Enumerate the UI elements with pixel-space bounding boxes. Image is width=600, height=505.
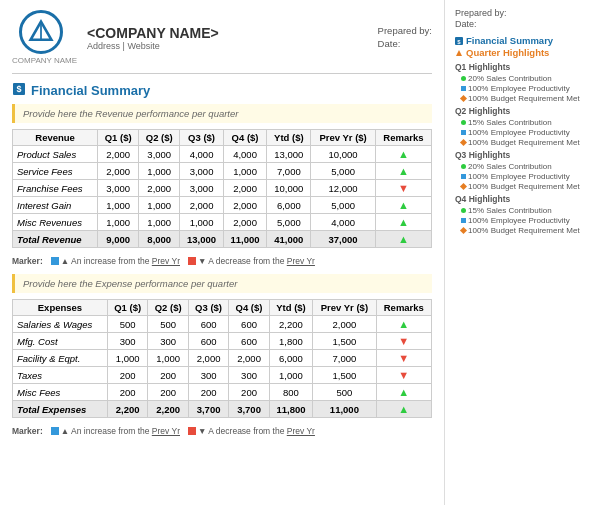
arrow-up-icon: ▲ bbox=[398, 165, 409, 177]
exp-marker-increase-text: ▲ An increase from the Prev Yr bbox=[61, 426, 180, 436]
table-row: Misc Fees200200200200800500▲ bbox=[13, 384, 432, 401]
rp-q4-item2: 100% Employee Productivity bbox=[461, 216, 590, 225]
rp-q1-item2: 100% Employee Productivity bbox=[461, 84, 590, 93]
table-row: Interest Gain1,0001,0002,0002,0006,0005,… bbox=[13, 197, 432, 214]
col-q2: Q2 ($) bbox=[139, 130, 180, 146]
marker-decrease-text: ▼ A decrease from the Prev Yr bbox=[198, 256, 315, 266]
expense-marker: Marker: ▲ An increase from the Prev Yr ▼… bbox=[12, 426, 432, 436]
expense-table-container: Expenses Q1 ($) Q2 ($) Q3 ($) Q4 ($) Ytd… bbox=[12, 299, 432, 423]
table-row: Taxes2002003003001,0001,500▼ bbox=[13, 367, 432, 384]
exp-col-ytd: Ytd ($) bbox=[269, 300, 312, 316]
exp-marker-decrease: ▼ A decrease from the Prev Yr bbox=[188, 426, 315, 436]
svg-text:$: $ bbox=[16, 84, 21, 94]
rp-q3-item3: 100% Budget Requirement Met bbox=[461, 182, 590, 191]
table-row: Franchise Fees3,0002,0003,0002,00010,000… bbox=[13, 180, 432, 197]
table-row: Product Sales2,0003,0004,0004,00013,0001… bbox=[13, 146, 432, 163]
company-label: COMPANY NAME bbox=[12, 56, 77, 65]
total-row: Total Expenses2,2002,2003,7003,70011,800… bbox=[13, 401, 432, 418]
exp-col-q1: Q1 ($) bbox=[107, 300, 147, 316]
marker-increase-text: ▲ An increase from the Prev Yr bbox=[61, 256, 180, 266]
rp-q1-item1: 20% Sales Contribution bbox=[461, 74, 590, 83]
rp-q4-item1: 15% Sales Contribution bbox=[461, 206, 590, 215]
col-prevyr: Prev Yr ($) bbox=[311, 130, 375, 146]
col-q1: Q1 ($) bbox=[98, 130, 139, 146]
arrow-up-icon: ▲ bbox=[398, 199, 409, 211]
rp-q2-title: Q2 Highlights bbox=[455, 106, 590, 116]
exp-marker-red-square bbox=[188, 427, 196, 435]
arrow-up-icon: ▲ bbox=[398, 148, 409, 160]
expense-note: Provide here the Expense performance per… bbox=[12, 274, 432, 293]
revenue-marker: Marker: ▲ An increase from the Prev Yr ▼… bbox=[12, 256, 432, 266]
rp-q2-item1: 15% Sales Contribution bbox=[461, 118, 590, 127]
exp-marker-blue-square bbox=[51, 427, 59, 435]
total-row: Total Revenue9,0008,00013,00011,00041,00… bbox=[13, 231, 432, 248]
right-panel: Prepared by: Date: $ Financial Summary Q… bbox=[445, 0, 600, 505]
date-label: Date: bbox=[378, 38, 432, 49]
revenue-table: Revenue Q1 ($) Q2 ($) Q3 ($) Q4 ($) Ytd … bbox=[12, 129, 432, 248]
marker-blue-square bbox=[51, 257, 59, 265]
revenue-note: Provide here the Revenue performance per… bbox=[12, 104, 432, 123]
header: COMPANY NAME <COMPANY NAME> Address | We… bbox=[12, 10, 432, 74]
rp-q4-item3: 100% Budget Requirement Met bbox=[461, 226, 590, 235]
arrow-up-icon: ▲ bbox=[398, 216, 409, 228]
arrow-up-icon: ▲ bbox=[398, 403, 409, 415]
company-address: Address | Website bbox=[87, 41, 378, 51]
arrow-up-icon: ▲ bbox=[398, 318, 409, 330]
rp-date: Date: bbox=[455, 19, 590, 29]
marker-label: Marker: bbox=[12, 256, 43, 266]
rp-q2-item2: 100% Employee Productivity bbox=[461, 128, 590, 137]
exp-marker-label: Marker: bbox=[12, 426, 43, 436]
left-panel: COMPANY NAME <COMPANY NAME> Address | We… bbox=[0, 0, 445, 505]
table-row: Salaries & Wages5005006006002,2002,000▲ bbox=[13, 316, 432, 333]
rp-quarter-highlights-link[interactable]: Quarter Highlights bbox=[455, 47, 590, 58]
rp-prepared-by: Prepared by: bbox=[455, 8, 590, 18]
marker-red-square bbox=[188, 257, 196, 265]
table-row: Service Fees2,0001,0003,0001,0007,0005,0… bbox=[13, 163, 432, 180]
arrow-down-icon: ▼ bbox=[398, 182, 409, 194]
col-ytd: Ytd ($) bbox=[267, 130, 311, 146]
exp-col-name: Expenses bbox=[13, 300, 108, 316]
marker-increase: ▲ An increase from the Prev Yr bbox=[51, 256, 180, 266]
table-row: Misc Revenues1,0001,0001,0002,0005,0004,… bbox=[13, 214, 432, 231]
prepared-by-label: Prepared by: bbox=[378, 25, 432, 36]
rp-q1-item3: 100% Budget Requirement Met bbox=[461, 94, 590, 103]
col-remarks: Remarks bbox=[375, 130, 431, 146]
company-info: <COMPANY NAME> Address | Website bbox=[87, 25, 378, 51]
arrow-up-icon: ▲ bbox=[398, 233, 409, 245]
rp-q3-title: Q3 Highlights bbox=[455, 150, 590, 160]
arrow-down-icon: ▼ bbox=[398, 335, 409, 347]
rp-q2-item3: 100% Budget Requirement Met bbox=[461, 138, 590, 147]
exp-col-remarks: Remarks bbox=[376, 300, 431, 316]
table-row: Mfg. Cost3003006006001,8001,500▼ bbox=[13, 333, 432, 350]
rp-q3-item1: 20% Sales Contribution bbox=[461, 162, 590, 171]
section-title-text: Financial Summary bbox=[31, 83, 150, 98]
rp-financial-summary-link[interactable]: $ Financial Summary bbox=[455, 35, 590, 46]
rp-q3-item2: 100% Employee Productivity bbox=[461, 172, 590, 181]
prepared-block: Prepared by: Date: bbox=[378, 25, 432, 51]
col-q3: Q3 ($) bbox=[180, 130, 224, 146]
section-title: $ Financial Summary bbox=[12, 82, 432, 99]
expense-table: Expenses Q1 ($) Q2 ($) Q3 ($) Q4 ($) Ytd… bbox=[12, 299, 432, 418]
rp-q4-title: Q4 Highlights bbox=[455, 194, 590, 204]
svg-marker-6 bbox=[456, 50, 462, 56]
col-revenue: Revenue bbox=[13, 130, 98, 146]
exp-col-prevyr: Prev Yr ($) bbox=[313, 300, 376, 316]
arrow-down-icon: ▼ bbox=[398, 352, 409, 364]
col-q4: Q4 ($) bbox=[223, 130, 267, 146]
arrow-up-icon: ▲ bbox=[398, 386, 409, 398]
marker-decrease: ▼ A decrease from the Prev Yr bbox=[188, 256, 315, 266]
table-row: Facility & Eqpt.1,0001,0002,0002,0006,00… bbox=[13, 350, 432, 367]
exp-col-q3: Q3 ($) bbox=[188, 300, 228, 316]
company-logo bbox=[19, 10, 63, 54]
company-name: <COMPANY NAME> bbox=[87, 25, 378, 41]
rp-q1-title: Q1 Highlights bbox=[455, 62, 590, 72]
exp-col-q4: Q4 ($) bbox=[229, 300, 269, 316]
arrow-down-icon: ▼ bbox=[398, 369, 409, 381]
exp-marker-increase: ▲ An increase from the Prev Yr bbox=[51, 426, 180, 436]
financial-summary-icon: $ bbox=[12, 82, 26, 99]
revenue-table-container: Revenue Q1 ($) Q2 ($) Q3 ($) Q4 ($) Ytd … bbox=[12, 129, 432, 253]
exp-marker-decrease-text: ▼ A decrease from the Prev Yr bbox=[198, 426, 315, 436]
exp-col-q2: Q2 ($) bbox=[148, 300, 188, 316]
